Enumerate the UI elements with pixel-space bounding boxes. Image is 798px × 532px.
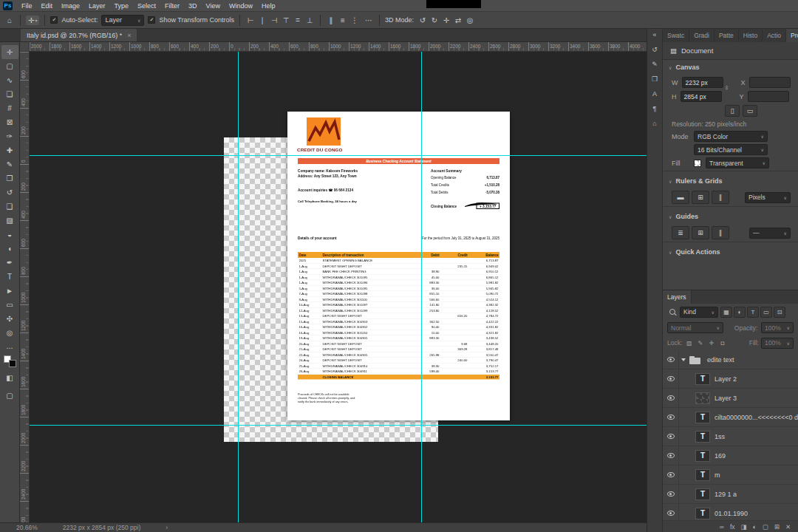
canvas-section-header[interactable]: ∨ Canvas (663, 60, 798, 75)
align-left-icon[interactable]: ⊢ (245, 14, 256, 26)
portrait-orientation-icon[interactable]: ▯ (725, 105, 740, 117)
blur-tool[interactable]: ◒ (1, 228, 18, 242)
align-center-v-icon[interactable]: = (293, 14, 303, 26)
panel-tab[interactable]: Gradi (689, 29, 715, 42)
visibility-toggle[interactable] (663, 350, 679, 369)
healing-brush-tool[interactable]: ✚ (1, 143, 18, 157)
auto-select-checkbox[interactable]: ✓ (50, 16, 58, 24)
layers-tab[interactable]: Layers (663, 290, 692, 304)
lock-guides-icon[interactable]: ⊞ (692, 226, 709, 239)
fill-dropdown[interactable]: Transparent ∨ (706, 157, 769, 168)
layer-group-icon[interactable]: ▢ (763, 523, 768, 531)
zoom-level[interactable]: 20.66% (16, 524, 38, 531)
eraser-tool[interactable]: ❑ (1, 200, 18, 214)
align-top-icon[interactable]: ⊤ (281, 14, 291, 26)
guide[interactable] (30, 155, 647, 156)
filter-smart-icon[interactable]: ⊡ (774, 307, 785, 318)
color-mode-dropdown[interactable]: RGB Color ∨ (694, 131, 768, 142)
visibility-toggle[interactable] (663, 466, 679, 484)
layer-filter-kind-dropdown[interactable]: Kind ∨ (680, 307, 718, 318)
brush-tool[interactable]: ✎ (1, 157, 18, 171)
type-tool[interactable]: T (1, 270, 18, 284)
width-field[interactable]: 2232 px (682, 77, 723, 88)
home-icon[interactable]: ⌂ (4, 14, 15, 26)
current-tool-icon[interactable]: ✛ ▾ (26, 16, 39, 25)
collapse-panels-icon[interactable]: « (652, 31, 656, 38)
visibility-toggle[interactable] (663, 369, 679, 388)
lock-all-icon[interactable]: ◘ (717, 338, 727, 348)
filter-shape-icon[interactable]: ▭ (760, 307, 772, 318)
menu-item[interactable]: Help (257, 2, 280, 10)
layer-mask-icon[interactable]: ◨ (741, 523, 747, 531)
background-color-swatch[interactable] (9, 360, 16, 367)
height-field[interactable]: 2854 px (681, 91, 722, 102)
clone-source-panel-icon[interactable]: ❐ (652, 75, 658, 83)
visibility-toggle[interactable] (663, 485, 679, 503)
guide-style-dropdown[interactable]: — ∨ (749, 228, 791, 239)
link-layers-icon[interactable]: ∞ (720, 523, 724, 531)
slide-3d-icon[interactable]: ⇄ (453, 14, 463, 26)
pan-3d-icon[interactable]: ✛ (441, 14, 451, 26)
lasso-tool[interactable]: ∿ (1, 73, 18, 87)
zoom-tool[interactable]: ◎ (1, 326, 18, 340)
layer-row[interactable]: T 169 (663, 446, 798, 466)
frame-tool[interactable]: ⊠ (1, 115, 18, 129)
history-brush-tool[interactable]: ↺ (1, 185, 18, 200)
eyedropper-tool[interactable]: ✑ (1, 129, 18, 143)
menu-item[interactable]: View (202, 2, 225, 10)
panel-tab[interactable]: Histo (739, 29, 763, 42)
guide[interactable] (30, 425, 647, 426)
menu-item[interactable]: Select (133, 2, 160, 10)
libraries-panel-icon[interactable]: ⌂ (652, 120, 656, 127)
paragraph-panel-icon[interactable]: ¶ (653, 105, 657, 112)
show-transform-checkbox[interactable]: ✓ (148, 16, 155, 24)
landscape-orientation-icon[interactable]: ▭ (743, 105, 757, 117)
layer-row[interactable]: T 1ss (663, 427, 798, 446)
guides-icon[interactable]: ∥ (712, 191, 729, 204)
link-dimensions-icon[interactable]: ∞ (723, 86, 730, 90)
pen-tool[interactable]: ✒ (1, 256, 18, 270)
ruler-corner[interactable] (20, 42, 30, 52)
clone-stamp-tool[interactable]: ❐ (1, 171, 18, 185)
document-tab[interactable]: Italy id.psd @ 20.7% (RGB/16) * × (21, 29, 137, 41)
horizontal-ruler[interactable]: 2000180016001400120010008006004002000200… (30, 42, 647, 52)
menu-item[interactable]: Type (110, 2, 134, 10)
filter-type-icon[interactable]: T (747, 307, 759, 318)
menu-item[interactable]: Layer (84, 2, 110, 10)
quick-actions-section-header[interactable]: ∨ Quick Actions (663, 245, 798, 259)
distribute-h-icon[interactable]: ∥ (326, 14, 336, 26)
menu-item[interactable]: Image (57, 2, 84, 10)
fill-opacity-field[interactable]: 100% ∨ (761, 338, 794, 349)
edit-toolbar-icon[interactable]: ⋯ (7, 344, 13, 352)
panel-tab[interactable]: Properties (786, 29, 798, 42)
shape-tool[interactable]: ▭ (1, 298, 18, 312)
screen-mode-icon[interactable]: ▢ (1, 389, 18, 403)
gradient-tool[interactable]: ▨ (1, 214, 18, 228)
layer-row[interactable]: Layer 3 (663, 389, 798, 408)
distribute-spacing-icon[interactable]: ⋮ (349, 14, 360, 26)
expand-arrow-icon[interactable] (679, 358, 688, 361)
history-panel-icon[interactable]: ↺ (652, 46, 658, 53)
pasteboard[interactable]: CREDIT DU CONGO Business Checking Accoun… (30, 52, 647, 522)
rulers-grids-section-header[interactable]: ∨ Rulers & Grids (663, 174, 798, 188)
layer-row[interactable]: T cilta0000000...<<<<<<<<0 d (663, 408, 798, 427)
layer-row[interactable]: edite text (663, 350, 798, 369)
align-right-icon[interactable]: ⊣ (269, 14, 279, 26)
move-tool[interactable]: ✛ (1, 45, 18, 59)
statement-page[interactable]: CREDIT DU CONGO Business Checking Accoun… (287, 112, 510, 420)
bit-depth-dropdown[interactable]: 16 Bits/Channel ∨ (694, 144, 768, 155)
color-swatches[interactable] (4, 355, 16, 367)
close-tab-icon[interactable]: × (127, 32, 131, 39)
adjustment-layer-icon[interactable]: ◐ (753, 523, 757, 531)
blend-mode-dropdown[interactable]: Normal ∨ (667, 322, 723, 333)
chevron-right-icon[interactable]: › (166, 524, 168, 531)
layer-style-icon[interactable]: fx (730, 523, 735, 531)
crop-tool[interactable]: # (1, 101, 18, 115)
panel-tab[interactable]: Patte (715, 29, 739, 42)
units-dropdown[interactable]: Pixels ∨ (745, 192, 791, 203)
object-selection-tool[interactable]: ❏ (1, 87, 18, 101)
lock-position-icon[interactable]: ✛ (706, 338, 716, 348)
filter-pixel-icon[interactable]: ▦ (720, 307, 732, 318)
guides-section-header[interactable]: ∨ Guides (663, 209, 798, 224)
panel-tab[interactable]: Actio (763, 29, 786, 42)
